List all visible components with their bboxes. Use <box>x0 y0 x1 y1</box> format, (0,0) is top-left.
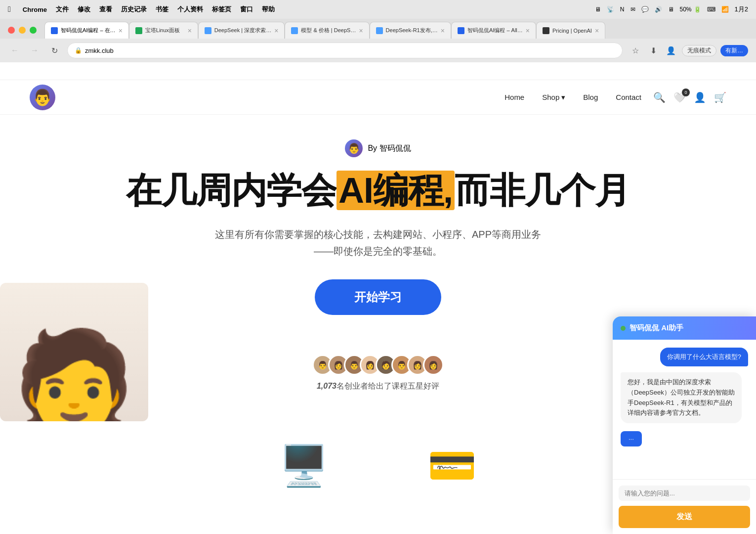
tab-baota[interactable]: 宝塔Linux面板 × <box>129 22 198 39</box>
new-tab-button[interactable]: 有新… <box>720 45 748 56</box>
forward-button[interactable]: → <box>28 44 42 57</box>
address-bar-row: ← → ↻ 🔒 zmkk.club ☆ ⬇ 👤 无痕模式 有新… <box>0 39 756 62</box>
social-proof-text: 名创业者给出了课程五星好评 <box>336 382 439 390</box>
tab-close-6[interactable]: × <box>526 27 530 35</box>
window-maximize-button[interactable] <box>30 27 37 34</box>
product-payment: 💳 <box>418 431 487 500</box>
cta-button[interactable]: 开始学习 <box>315 279 441 315</box>
hero-author: 👨 By 智码侃侃 <box>30 139 726 157</box>
url-text: zmkk.club <box>85 47 114 54</box>
author-avatar-emoji: 👨 <box>345 139 363 157</box>
apple-icon[interactable]:  <box>8 5 11 14</box>
tab-title-3: DeepSeek | 深度求索… <box>214 27 271 34</box>
tab-title-2: 宝塔Linux面板 <box>145 27 185 34</box>
ticker-bar: 上线，购买课程学习搭建同款网站！ 零基础也能开发微信小程序、网站、APP，快速上… <box>0 62 756 80</box>
nav-blog[interactable]: Blog <box>583 93 598 101</box>
hero-title-highlight: AI编程, <box>336 171 455 210</box>
tab-favicon-4 <box>291 27 298 34</box>
back-button[interactable]: ← <box>8 44 22 57</box>
cart-icon[interactable]: 🛒 <box>714 91 726 103</box>
tab-favicon-6 <box>458 27 464 34</box>
hero-subtitle-line1: 这里有所有你需要掌握的核心技能，去构建网站、小程序、APP等商用业务 <box>215 229 541 240</box>
tab-close-7[interactable]: × <box>595 27 599 35</box>
portrait-emoji: 🧑 <box>12 332 136 421</box>
tab-favicon-3 <box>205 27 211 34</box>
product-server: 🖥️ <box>269 431 338 500</box>
tab-deepseek3[interactable]: DeepSeek-R1发布,… × <box>370 22 451 39</box>
chat-input-row <box>619 486 750 500</box>
battery-percent: 50% <box>680 6 692 13</box>
tab-close-2[interactable]: × <box>188 27 192 35</box>
avatar-8: 👩 <box>423 355 444 375</box>
wishlist-icon[interactable]: 🤍 0 <box>673 91 686 103</box>
chat-bot-bubble: 您好，我是由中国的深度求索（DeepSeek）公司独立开发的智能助手DeepSe… <box>621 372 742 423</box>
tab-close-1[interactable]: × <box>119 27 123 35</box>
tab-deepseek1[interactable]: DeepSeek | 深度求索… × <box>198 22 285 39</box>
tab-favicon-2 <box>135 27 142 34</box>
author-avatar: 👨 <box>345 139 363 157</box>
nav-links: Home Shop ▾ Blog Contact <box>504 93 641 102</box>
monitor-icon: 🖥 <box>668 6 674 13</box>
date-time: 1月2 <box>735 5 748 14</box>
menu-chrome[interactable]: Chrome <box>23 6 47 13</box>
chat-body[interactable]: 你调用了什么大语言模型? 您好，我是由中国的深度求索（DeepSeek）公司独立… <box>613 340 756 479</box>
ticker-text: 上线，购买课程学习搭建同款网站！ 零基础也能开发微信小程序、网站、APP，快速上… <box>0 67 756 76</box>
address-bar[interactable]: 🔒 zmkk.club <box>67 43 623 58</box>
menu-file[interactable]: 文件 <box>56 5 69 14</box>
reload-button[interactable]: ↻ <box>47 44 61 57</box>
nav-shop[interactable]: Shop ▾ <box>542 93 565 102</box>
menu-profile[interactable]: 个人资料 <box>177 5 203 14</box>
mail-icon: ✉ <box>630 6 635 13</box>
chat-header-title: 智码侃侃 AI助手 <box>630 323 683 333</box>
window-close-button[interactable] <box>8 27 15 34</box>
site-logo[interactable]: 👨 <box>30 85 55 110</box>
tab-openai[interactable]: Pricing | OpenAI × <box>536 22 605 39</box>
tab-zmkk-active[interactable]: 智码侃侃AI编程 – 在… × <box>44 22 129 39</box>
chat-more-button[interactable]: ··· <box>621 431 642 446</box>
window-controls <box>4 27 41 34</box>
menu-view[interactable]: 查看 <box>99 5 112 14</box>
volume-icon: 🔊 <box>655 6 662 13</box>
logo-avatar: 👨 <box>33 88 52 107</box>
profile-icon[interactable]: 👤 <box>664 44 678 57</box>
tab-close-3[interactable]: × <box>274 27 278 35</box>
tab-close-5[interactable]: × <box>441 27 445 35</box>
chat-online-indicator <box>621 326 626 331</box>
wishlist-badge: 0 <box>682 89 690 96</box>
download-icon[interactable]: ⬇ <box>646 44 660 57</box>
menu-tabs[interactable]: 标签页 <box>212 5 231 14</box>
search-icon[interactable]: 🔍 <box>653 91 666 103</box>
tab-favicon-5 <box>376 27 383 34</box>
lock-icon: 🔒 <box>75 47 82 54</box>
menu-bookmarks[interactable]: 书签 <box>156 5 168 14</box>
tab-zmkk2[interactable]: 智码侃侃AI编程 – All… × <box>451 22 536 39</box>
macos-menubar:  Chrome 文件 修改 查看 历史记录 书签 个人资料 标签页 窗口 帮助… <box>0 0 756 19</box>
tab-title-7: Pricing | OpenAI <box>552 28 592 34</box>
nav-home[interactable]: Home <box>504 93 524 101</box>
star-icon[interactable]: ☆ <box>629 44 642 57</box>
account-icon[interactable]: 👤 <box>694 91 706 103</box>
menu-window[interactable]: 窗口 <box>240 5 253 14</box>
chat-header: 智码侃侃 AI助手 <box>613 316 756 340</box>
menu-help[interactable]: 帮助 <box>262 5 275 14</box>
tab-close-4[interactable]: × <box>359 27 363 35</box>
menu-edit[interactable]: 修改 <box>78 5 90 14</box>
wuxin-mode-button[interactable]: 无痕模式 <box>682 45 716 56</box>
hero-title-part2: 而非几个月 <box>455 171 630 210</box>
nav-contact[interactable]: Contact <box>616 93 641 101</box>
screen-icon: 🖥 <box>595 6 601 13</box>
menu-history[interactable]: 历史记录 <box>121 5 147 14</box>
chat-input[interactable] <box>625 490 744 497</box>
tab-deepseek2[interactable]: 模型 & 价格 | DeepS… × <box>285 22 369 39</box>
window-minimize-button[interactable] <box>19 27 26 34</box>
hero-title: 在几周内学会AI编程,而非几个月 <box>30 171 726 210</box>
hero-left-image: 🧑 <box>0 283 158 421</box>
social-proof-number: 1,073 <box>317 382 336 390</box>
portrait-bg: 🧑 <box>0 283 148 421</box>
chat-user-message: 你调用了什么大语言模型? <box>660 348 748 366</box>
keyboard-icon: ⌨ <box>707 6 715 13</box>
tab-favicon-1 <box>51 27 58 34</box>
hero-subtitle-line2: ——即使你是完全的零基础。 <box>314 246 442 257</box>
ai-chat-widget: 智码侃侃 AI助手 你调用了什么大语言模型? 您好，我是由中国的深度求索（Dee… <box>613 316 756 500</box>
hero-title-part1: 在几周内学会 <box>126 171 336 210</box>
